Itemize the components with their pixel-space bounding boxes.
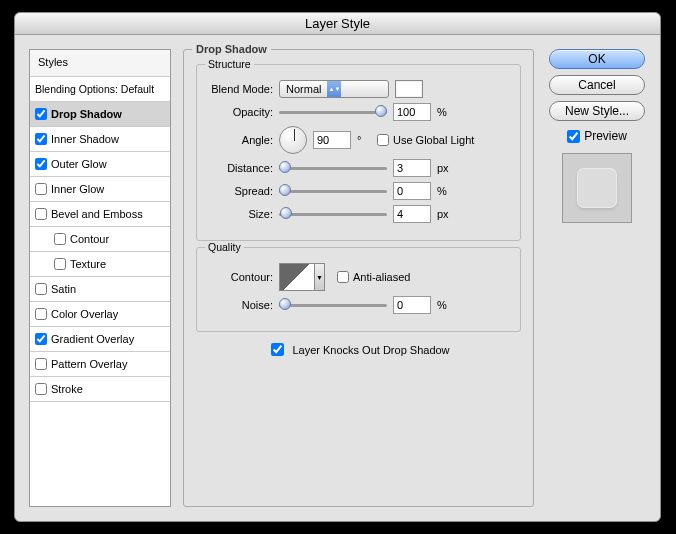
spread-slider[interactable]: [279, 184, 387, 198]
opacity-field[interactable]: [393, 103, 431, 121]
opacity-slider[interactable]: [279, 105, 387, 119]
size-slider[interactable]: [279, 207, 387, 221]
effect-title: Drop Shadow: [192, 43, 271, 55]
style-label: Contour: [70, 233, 109, 245]
style-label: Inner Shadow: [51, 133, 119, 145]
size-field[interactable]: [393, 205, 431, 223]
style-checkbox[interactable]: [35, 358, 47, 370]
style-label: Stroke: [51, 383, 83, 395]
opacity-label: Opacity:: [207, 106, 273, 118]
structure-group: Structure Blend Mode: Normal ▲▼ Opacity:: [196, 64, 521, 241]
angle-unit: °: [357, 134, 371, 146]
slider-thumb[interactable]: [279, 161, 291, 173]
style-checkbox[interactable]: [35, 283, 47, 295]
slider-thumb[interactable]: [279, 298, 291, 310]
preview-checkbox[interactable]: [567, 130, 580, 143]
noise-slider[interactable]: [279, 298, 387, 312]
preview-swatch: [577, 168, 617, 208]
quality-group: Quality Contour: ▼ Anti-aliased: [196, 247, 521, 332]
preview-box: [562, 153, 632, 223]
preview-label: Preview: [584, 129, 627, 143]
chevron-down-icon[interactable]: ▼: [315, 263, 325, 291]
style-checkbox[interactable]: [35, 158, 47, 170]
spread-row: Spread: %: [207, 182, 510, 200]
sidebar-item-outer-glow[interactable]: Outer Glow: [30, 152, 170, 177]
cancel-button[interactable]: Cancel: [549, 75, 645, 95]
shadow-color-swatch[interactable]: [395, 80, 423, 98]
distance-field[interactable]: [393, 159, 431, 177]
styles-empty: [30, 402, 170, 506]
contour-label: Contour:: [207, 271, 273, 283]
distance-slider[interactable]: [279, 161, 387, 175]
noise-unit: %: [437, 299, 451, 311]
style-checkbox[interactable]: [35, 183, 47, 195]
noise-field[interactable]: [393, 296, 431, 314]
blend-mode-value: Normal: [286, 83, 321, 95]
use-global-light-checkbox[interactable]: [377, 134, 389, 146]
style-checkbox[interactable]: [35, 383, 47, 395]
anti-aliased-label: Anti-aliased: [353, 271, 410, 283]
sidebar-item-color-overlay[interactable]: Color Overlay: [30, 302, 170, 327]
sidebar-item-texture[interactable]: Texture: [30, 252, 170, 277]
dialog-body: Styles Blending Options: Default Drop Sh…: [15, 35, 660, 521]
sidebar-item-drop-shadow[interactable]: Drop Shadow: [30, 102, 170, 127]
quality-title: Quality: [205, 241, 244, 253]
style-checkbox[interactable]: [54, 258, 66, 270]
size-row: Size: px: [207, 205, 510, 223]
sidebar-item-inner-glow[interactable]: Inner Glow: [30, 177, 170, 202]
structure-title: Structure: [205, 58, 254, 70]
knockout-checkbox[interactable]: [271, 343, 284, 356]
preview-row: Preview: [567, 129, 627, 143]
slider-thumb[interactable]: [280, 207, 292, 219]
drop-shadow-group: Drop Shadow Structure Blend Mode: Normal…: [183, 49, 534, 507]
opacity-unit: %: [437, 106, 451, 118]
style-label: Gradient Overlay: [51, 333, 134, 345]
sidebar-item-inner-shadow[interactable]: Inner Shadow: [30, 127, 170, 152]
opacity-row: Opacity: %: [207, 103, 510, 121]
styles-header[interactable]: Styles: [30, 50, 170, 77]
spread-label: Spread:: [207, 185, 273, 197]
select-arrows-icon: ▲▼: [327, 80, 341, 98]
distance-unit: px: [437, 162, 451, 174]
style-checkbox[interactable]: [35, 208, 47, 220]
styles-panel: Styles Blending Options: Default Drop Sh…: [29, 49, 171, 507]
sidebar-item-gradient-overlay[interactable]: Gradient Overlay: [30, 327, 170, 352]
sidebar-item-contour[interactable]: Contour: [30, 227, 170, 252]
style-checkbox[interactable]: [54, 233, 66, 245]
style-label: Texture: [70, 258, 106, 270]
anti-aliased-checkbox[interactable]: [337, 271, 349, 283]
angle-label: Angle:: [207, 134, 273, 146]
contour-picker[interactable]: ▼: [279, 263, 325, 291]
style-label: Pattern Overlay: [51, 358, 127, 370]
layer-style-dialog: Layer Style Styles Blending Options: Def…: [14, 12, 661, 522]
angle-row: Angle: ° Use Global Light: [207, 126, 510, 154]
window-title: Layer Style: [15, 13, 660, 35]
style-checkbox[interactable]: [35, 308, 47, 320]
style-checkbox[interactable]: [35, 133, 47, 145]
slider-track: [279, 304, 387, 307]
style-label: Color Overlay: [51, 308, 118, 320]
sidebar-item-pattern-overlay[interactable]: Pattern Overlay: [30, 352, 170, 377]
contour-swatch: [279, 263, 315, 291]
blend-mode-select[interactable]: Normal ▲▼: [279, 80, 389, 98]
sidebar-item-bevel-and-emboss[interactable]: Bevel and Emboss: [30, 202, 170, 227]
slider-track: [279, 167, 387, 170]
sidebar-item-stroke[interactable]: Stroke: [30, 377, 170, 402]
angle-field[interactable]: [313, 131, 351, 149]
style-label: Inner Glow: [51, 183, 104, 195]
style-label: Drop Shadow: [51, 108, 122, 120]
blending-options-item[interactable]: Blending Options: Default: [30, 77, 170, 102]
slider-track: [279, 190, 387, 193]
new-style-button[interactable]: New Style...: [549, 101, 645, 121]
slider-thumb[interactable]: [375, 105, 387, 117]
sidebar-item-satin[interactable]: Satin: [30, 277, 170, 302]
style-checkbox[interactable]: [35, 108, 47, 120]
spread-field[interactable]: [393, 182, 431, 200]
blend-mode-row: Blend Mode: Normal ▲▼: [207, 80, 510, 98]
style-checkbox[interactable]: [35, 333, 47, 345]
slider-thumb[interactable]: [279, 184, 291, 196]
ok-button[interactable]: OK: [549, 49, 645, 69]
angle-dial[interactable]: [279, 126, 307, 154]
knockout-row: Layer Knocks Out Drop Shadow: [196, 340, 521, 359]
button-column: OK Cancel New Style... Preview: [546, 49, 648, 507]
